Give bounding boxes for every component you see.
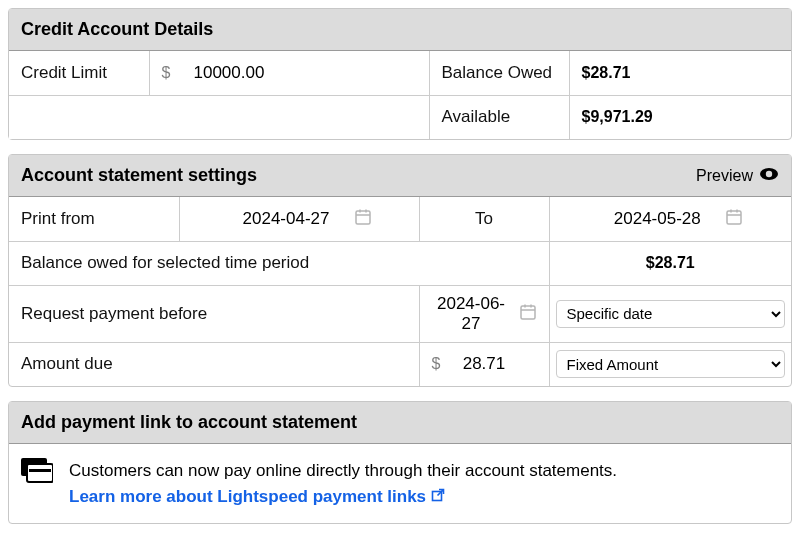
payment-link-header: Add payment link to account statement (9, 402, 791, 444)
eye-icon (759, 167, 779, 185)
external-link-icon (431, 484, 445, 510)
calendar-icon[interactable] (519, 303, 537, 325)
svg-rect-10 (521, 306, 535, 319)
payment-link-panel: Add payment link to account statement Cu… (8, 401, 792, 524)
payment-link-message: Customers can now pay online directly th… (69, 461, 617, 480)
statement-settings-header: Account statement settings Preview (9, 155, 791, 197)
preview-button[interactable]: Preview (696, 167, 779, 185)
due-type-cell[interactable]: Specific date (549, 285, 791, 342)
available-label: Available (429, 95, 569, 139)
balance-owed-value: $28.71 (569, 51, 791, 95)
print-from-label: Print from (9, 197, 179, 241)
statement-grid: Print from 2024-04-27 To 2024-05-28 (9, 197, 791, 386)
preview-label: Preview (696, 167, 753, 185)
print-to-input[interactable]: 2024-05-28 (597, 209, 717, 229)
amount-type-cell[interactable]: Fixed Amount (549, 342, 791, 386)
credit-limit-label: Credit Limit (9, 51, 149, 95)
svg-rect-2 (356, 211, 370, 224)
balance-period-label: Balance owed for selected time period (9, 241, 549, 285)
amount-due-label: Amount due (9, 342, 419, 386)
statement-settings-title: Account statement settings (21, 165, 257, 186)
amount-due-input[interactable]: 28.71 (454, 354, 514, 374)
payment-link-info: Customers can now pay online directly th… (9, 444, 791, 523)
to-label: To (419, 197, 549, 241)
amount-type-select[interactable]: Fixed Amount (556, 350, 786, 378)
due-type-select[interactable]: Specific date (556, 300, 786, 328)
print-to-cell[interactable]: 2024-05-28 (549, 197, 791, 241)
credit-limit-input[interactable]: 10000.00 (184, 63, 274, 83)
balance-owed-label: Balance Owed (429, 51, 569, 95)
request-before-label: Request payment before (9, 285, 419, 342)
svg-rect-6 (727, 211, 741, 224)
svg-rect-16 (29, 469, 51, 472)
credit-limit-cell[interactable]: $ 10000.00 (149, 51, 429, 95)
print-from-cell[interactable]: 2024-04-27 (179, 197, 419, 241)
learn-more-link[interactable]: Learn more about Lightspeed payment link… (69, 487, 445, 506)
request-before-cell[interactable]: 2024-06-27 (419, 285, 549, 342)
svg-point-1 (766, 170, 772, 176)
amount-due-cell[interactable]: $ 28.71 (419, 342, 549, 386)
card-icon (21, 458, 53, 488)
svg-rect-15 (27, 464, 53, 482)
calendar-icon[interactable] (354, 208, 372, 230)
credit-account-title: Credit Account Details (21, 19, 213, 40)
currency-symbol: $ (432, 355, 450, 373)
balance-period-value: $28.71 (549, 241, 791, 285)
print-from-input[interactable]: 2024-04-27 (226, 209, 346, 229)
credit-account-header: Credit Account Details (9, 9, 791, 51)
calendar-icon[interactable] (725, 208, 743, 230)
credit-account-grid: Credit Limit $ 10000.00 Balance Owed $28… (9, 51, 791, 139)
available-value: $9,971.29 (569, 95, 791, 139)
request-before-input[interactable]: 2024-06-27 (432, 294, 511, 334)
statement-settings-panel: Account statement settings Preview Print… (8, 154, 792, 387)
currency-symbol: $ (162, 64, 180, 82)
credit-account-panel: Credit Account Details Credit Limit $ 10… (8, 8, 792, 140)
payment-link-title: Add payment link to account statement (21, 412, 357, 433)
